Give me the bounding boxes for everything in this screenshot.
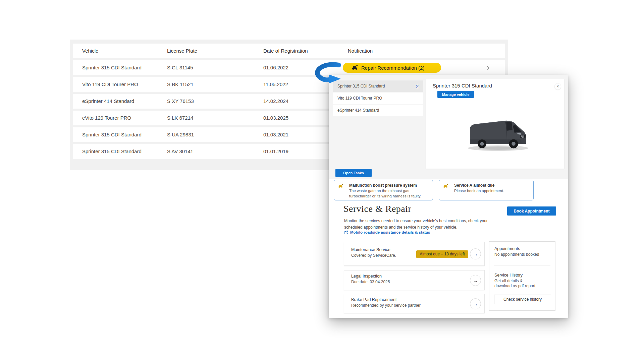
- vehicle-list-label: Vito 119 CDI Tourer PRO: [337, 96, 419, 101]
- check-service-history-button[interactable]: Check service history: [494, 295, 551, 304]
- cell-vehicle: Sprinter 315 CDI Standard: [82, 60, 142, 75]
- book-appointment-button[interactable]: Book Appointment: [507, 206, 556, 216]
- vehicle-list-label: eSprinter 414 Standard: [337, 108, 419, 113]
- task-car-icon: [338, 184, 343, 188]
- task-card-malfunction: Malfunction boost pressure system The wa…: [334, 180, 433, 200]
- cell-vehicle: Sprinter 315 CDI Standard: [82, 144, 142, 159]
- appointments-title: Appointments: [494, 246, 520, 251]
- task-title: Service A almost due: [454, 183, 530, 188]
- vehicle-list-item-esprinter-414[interactable]: eSprinter 414 Standard: [333, 105, 423, 116]
- appointments-status: No appointments booked: [494, 252, 539, 257]
- task-description: The waste gate on the exhaust gas turboc…: [349, 188, 429, 199]
- task-title: Malfunction boost pressure system: [349, 183, 429, 188]
- arrow-right-icon[interactable]: →: [470, 275, 481, 286]
- almost-due-badge: Almost due – 18 days left: [416, 250, 468, 258]
- service-item-subtitle: Due date: 03.04.2025: [351, 280, 390, 284]
- table-row[interactable]: Sprinter 315 CDI Standard S CL 31145 01.…: [73, 60, 505, 75]
- header-date-of-registration: Date of Registration: [263, 44, 308, 58]
- service-history-line2: download as pdf report.: [494, 284, 536, 289]
- task-description: Please book an appointment.: [454, 188, 530, 194]
- service-repair-description: Monitor the services needed to ensure yo…: [344, 218, 504, 231]
- cell-date: 01.01.2019: [263, 144, 288, 159]
- cell-plate: S CL 31145: [167, 60, 193, 75]
- service-item-legal-inspection[interactable]: Legal Inspection Due date: 03.04.2025 →: [344, 270, 485, 290]
- cell-date: 11.05.2022: [263, 77, 288, 92]
- service-item-title: Brake Pad Replacement: [351, 297, 397, 302]
- repair-recommendation-button[interactable]: Repair Recommendation (2): [343, 63, 441, 73]
- task-card-service-a: Service A almost due Please book an appo…: [439, 180, 534, 200]
- service-item-subtitle: Covered by ServiceCare.: [351, 253, 396, 258]
- vehicle-detail-card: Sprinter 315 CDI Standard Manage vehicle…: [426, 79, 564, 169]
- cell-date: 01.03.2021: [263, 127, 288, 142]
- mobilo-link-label: Mobilo roadside assistance details & sta…: [350, 230, 430, 234]
- repair-car-icon: [352, 65, 358, 70]
- service-history-line1: Get all details &: [494, 279, 523, 284]
- pointer-arrow: [311, 59, 351, 86]
- open-tasks-count-badge: 2: [416, 83, 419, 89]
- service-item-subtitle: Recommended by your service partner: [351, 303, 421, 308]
- repair-recommendation-label: Repair Recommendation (2): [361, 65, 424, 71]
- arrow-right-icon[interactable]: →: [470, 248, 481, 259]
- cell-vehicle: eVito 129 Tourer PRO: [82, 111, 131, 125]
- cell-vehicle: Sprinter 315 CDI Standard: [82, 127, 142, 142]
- vehicle-list-item-vito-119[interactable]: Vito 119 CDI Tourer PRO: [333, 93, 423, 104]
- open-tasks-button[interactable]: Open Tasks: [335, 169, 372, 177]
- cell-date: 14.02.2024: [263, 94, 288, 109]
- cell-vehicle: eSprinter 414 Standard: [82, 94, 134, 109]
- overlay-top-section: Sprinter 315 CDI Standard 2 Vito 119 CDI…: [329, 75, 568, 179]
- mobilo-assistance-link[interactable]: Mobilo roadside assistance details & sta…: [344, 230, 430, 234]
- service-history-title: Service History: [494, 273, 523, 278]
- chevron-right-icon[interactable]: [486, 65, 490, 70]
- task-car-icon: [443, 184, 448, 188]
- vehicle-detail-overlay: Sprinter 315 CDI Standard 2 Vito 119 CDI…: [329, 75, 568, 318]
- service-repair-heading: Service & Repair: [343, 203, 411, 214]
- header-license-plate: License Plate: [167, 44, 197, 58]
- vehicle-detail-title: Sprinter 315 CDI Standard: [433, 83, 492, 88]
- appointments-history-card: Appointments No appointments booked Serv…: [489, 241, 555, 311]
- cell-plate: S BK 11521: [167, 77, 194, 92]
- service-item-title: Legal Inspection: [351, 274, 382, 279]
- cell-date: 01.03.2025: [263, 111, 288, 125]
- header-vehicle: Vehicle: [82, 44, 98, 58]
- service-item-title: Maintenance Service: [351, 247, 390, 252]
- header-notification: Notification: [348, 44, 373, 58]
- table-header-row: Vehicle License Plate Date of Registrati…: [73, 44, 505, 58]
- external-link-icon: [344, 230, 348, 234]
- cell-plate: S LK 67214: [167, 111, 193, 125]
- arrow-right-icon[interactable]: →: [470, 298, 481, 309]
- service-item-brake-pad[interactable]: Brake Pad Replacement Recommended by you…: [344, 294, 485, 313]
- cell-vehicle: Vito 119 CDI Tourer PRO: [82, 77, 138, 92]
- divider: [494, 265, 550, 265]
- cell-plate: S UA 29831: [167, 127, 194, 142]
- cell-plate: S AV 30141: [167, 144, 193, 159]
- manage-vehicle-button[interactable]: Manage vehicle: [437, 91, 474, 98]
- cell-plate: S XY 76153: [167, 94, 194, 109]
- close-icon[interactable]: ×: [554, 83, 561, 90]
- van-image: [465, 113, 535, 156]
- cell-date: 01.06.2022: [263, 60, 288, 75]
- service-item-maintenance[interactable]: Maintenance Service Covered by ServiceCa…: [344, 242, 485, 266]
